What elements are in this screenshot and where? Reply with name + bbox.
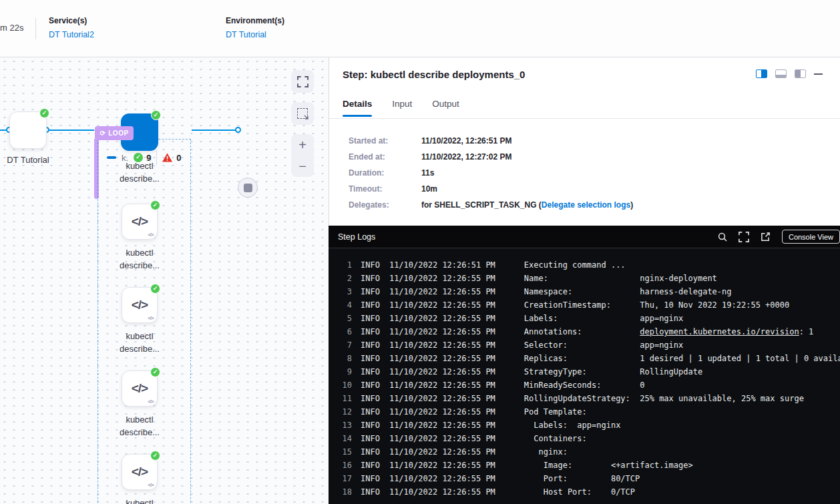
log-timestamp: 11/10/2022 12:26:51 PM: [389, 260, 495, 270]
log-timestamp: 11/10/2022 12:26:55 PM: [389, 354, 495, 363]
log-level: INFO: [361, 474, 380, 483]
log-line-number: 17: [337, 474, 352, 483]
selection-box-icon: [297, 108, 308, 119]
log-line-number: 14: [337, 434, 352, 443]
minimize-panel-button[interactable]: [814, 73, 823, 75]
zoom-out-button[interactable]: −: [291, 156, 314, 177]
log-line-number: 5: [337, 314, 352, 323]
log-timestamp: 11/10/2022 12:26:55 PM: [389, 421, 495, 430]
log-level: INFO: [361, 274, 380, 283]
step-title: Step: kubectl describe deployments_0: [343, 69, 525, 80]
console-log-lines: 1INFO11/10/2022 12:26:51 PMExecuting com…: [329, 248, 840, 501]
console-view-button[interactable]: Console View: [782, 230, 840, 244]
log-timestamp: 11/10/2022 12:26:55 PM: [389, 314, 495, 323]
detail-row: Timeout:10m: [349, 181, 633, 197]
count-divider: [156, 150, 157, 165]
collapse-group-button[interactable]: [107, 156, 116, 159]
log-level: INFO: [361, 487, 380, 497]
log-search-button[interactable]: [718, 232, 727, 242]
execution-topbar: m 22s Service(s) DT Tutorial2 Environmen…: [0, 0, 840, 57]
step-node[interactable]: ✓</></>: [122, 287, 158, 323]
log-message: CreationTimestamp: Thu, 10 Nov 2022 19:2…: [524, 300, 789, 310]
detail-label: Delegates:: [349, 200, 421, 210]
log-level: INFO: [361, 394, 380, 403]
log-line: 5INFO11/10/2022 12:26:55 PMLabels: app=n…: [337, 314, 840, 327]
log-level: INFO: [361, 434, 380, 443]
canvas-fit-selection-button[interactable]: [291, 102, 314, 125]
layout-left-panel-icon[interactable]: [795, 69, 806, 78]
log-level: INFO: [361, 287, 380, 296]
log-timestamp: 11/10/2022 12:26:55 PM: [389, 461, 495, 470]
log-level: INFO: [361, 381, 380, 390]
log-message: RollingUpdateStrategy: 25% max unavailab…: [524, 394, 804, 403]
tabs-divider: [329, 118, 840, 119]
stage-node-dt-tutorial[interactable]: ✓: [9, 111, 47, 149]
log-line-number: 4: [337, 300, 352, 310]
log-line: 3INFO11/10/2022 12:26:55 PMNamespace: ha…: [337, 287, 840, 300]
log-line: 11INFO11/10/2022 12:26:55 PMRollingUpdat…: [337, 394, 840, 407]
step-node[interactable]: ✓</></>: [122, 370, 158, 407]
environment-link[interactable]: DT Tutorial: [226, 30, 284, 39]
log-timestamp: 11/10/2022 12:26:55 PM: [389, 434, 495, 443]
fullscreen-icon: [739, 232, 749, 242]
mini-code-icon: </>: [148, 316, 154, 320]
detail-value: 11/10/2022, 12:26:51 PM: [421, 136, 511, 146]
details-tabs: DetailsInputOutput: [343, 99, 459, 117]
service-link[interactable]: DT Tutorial2: [49, 30, 94, 39]
log-line-number: 10: [337, 381, 352, 390]
console-log-area[interactable]: 1INFO11/10/2022 12:26:51 PMExecuting com…: [329, 248, 840, 504]
zoom-in-button[interactable]: +: [291, 134, 314, 156]
log-fullscreen-button[interactable]: [739, 232, 749, 242]
log-message: Name: nginx-deployment: [524, 274, 717, 283]
delegate-selection-logs-link[interactable]: Delegate selection logs: [542, 200, 630, 210]
code-icon: </>: [132, 381, 148, 396]
log-line: 12INFO11/10/2022 12:26:55 PMPod Template…: [337, 407, 840, 421]
log-timestamp: 11/10/2022 12:26:55 PM: [389, 327, 495, 336]
log-message: MinReadySeconds: 0: [524, 381, 645, 390]
layout-bottom-panel-icon[interactable]: [775, 69, 787, 78]
failed-count: 0: [176, 153, 181, 163]
log-timestamp: 11/10/2022 12:26:55 PM: [389, 274, 495, 283]
tab-output[interactable]: Output: [432, 99, 459, 117]
services-block: Service(s) DT Tutorial2: [49, 16, 94, 39]
edge-start-to-loop: [49, 130, 94, 131]
tab-details[interactable]: Details: [343, 99, 372, 117]
layout-right-panel-icon[interactable]: [756, 69, 767, 78]
step-node[interactable]: ✓</></>: [122, 204, 158, 240]
log-line-number: 6: [337, 327, 352, 336]
log-line-number: 16: [337, 461, 352, 470]
log-level: INFO: [361, 327, 380, 336]
log-line: 18INFO11/10/2022 12:26:55 PM Host Port: …: [337, 487, 840, 501]
log-level: INFO: [361, 340, 380, 350]
log-line-number: 8: [337, 354, 352, 363]
open-in-new-tab-button[interactable]: [761, 232, 771, 242]
environments-label: Environment(s): [226, 16, 284, 25]
detail-label: Ended at:: [349, 152, 421, 162]
step-node[interactable]: ✓</></>: [122, 454, 158, 490]
log-timestamp: 11/10/2022 12:26:55 PM: [389, 300, 495, 310]
log-level: INFO: [361, 461, 380, 470]
success-count: 9: [146, 153, 151, 163]
log-level: INFO: [361, 354, 380, 363]
log-link[interactable]: deployment.kubernetes.io/revision: [640, 327, 799, 336]
log-timestamp: 11/10/2022 12:26:55 PM: [389, 381, 495, 390]
search-icon: [718, 232, 727, 242]
detail-value: for SHELL_SCRIPT_TASK_NG (Delegate selec…: [421, 200, 633, 210]
log-line: 9INFO11/10/2022 12:26:55 PMStrategyType:…: [337, 367, 840, 381]
fullscreen-icon: [297, 76, 308, 87]
pipeline-graph-canvas[interactable]: ✓ DT Tutorial ⟳ LOOP k. ✓ 9 0 ✓: [0, 57, 329, 504]
log-level: INFO: [361, 407, 380, 417]
canvas-fullscreen-button[interactable]: [291, 70, 314, 93]
log-timestamp: 11/10/2022 12:26:55 PM: [389, 287, 495, 296]
tab-input[interactable]: Input: [392, 99, 412, 117]
loop-group-header: k. ✓ 9 0: [107, 149, 182, 166]
elapsed-duration: m 22s: [0, 23, 23, 33]
pipeline-end-node[interactable]: [238, 178, 258, 198]
log-timestamp: 11/10/2022 12:26:55 PM: [389, 394, 495, 403]
success-check-icon: ✓: [150, 284, 160, 294]
topbar-divider: [35, 18, 36, 39]
success-check-icon: ✓: [150, 451, 160, 461]
step-logs-title: Step Logs: [338, 232, 375, 242]
log-line-number: 13: [337, 421, 352, 430]
log-message: Annotations: deployment.kubernetes.io/re…: [524, 327, 814, 336]
